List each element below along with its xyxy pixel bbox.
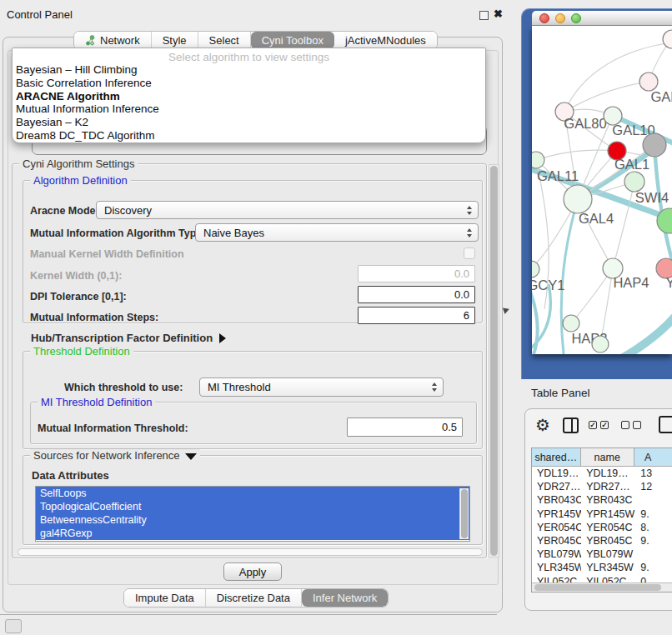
table-row[interactable]: YDL19…YDL19…13 xyxy=(532,467,672,480)
algorithm-definition-title: Algorithm Definition xyxy=(30,174,131,187)
table-row[interactable]: YPR145WYPR145W9. xyxy=(532,508,672,521)
table-header-row: shared… name A xyxy=(532,448,672,467)
algorithm-option[interactable]: Dream8 DC_TDC Algorithm xyxy=(13,129,485,142)
algorithm-dropdown-list: Select algorithm to view settings Bayesi… xyxy=(12,48,486,143)
network-node-gal[interactable] xyxy=(639,72,658,91)
tab-discretize-data[interactable]: Discretize Data xyxy=(206,589,302,607)
zoom-traffic-light-icon[interactable] xyxy=(571,13,581,23)
table-row[interactable]: YBR043CYBR043C xyxy=(532,493,672,507)
table-row[interactable]: YLR345WYLR345W9. xyxy=(532,561,672,574)
aracne-mode-combobox[interactable]: Discovery xyxy=(96,201,479,219)
unchecked-checkbox-icon[interactable] xyxy=(621,421,629,429)
network-view-window[interactable]: GALGAL80GAL10GAL1GAL11SWI4GAL4GCY1HAP4YH… xyxy=(521,8,672,379)
algorithm-option[interactable]: Mutual Information Inference xyxy=(13,102,485,116)
attribute-item[interactable]: BetweennessCentrality xyxy=(36,513,469,527)
close-traffic-light-icon[interactable] xyxy=(539,13,549,23)
aracne-mode-value: Discovery xyxy=(97,204,467,217)
checked-checkbox-icon[interactable]: ✓ xyxy=(600,421,609,429)
table-row[interactable]: YER054CYER054C8. xyxy=(532,521,672,534)
network-node-label: GAL xyxy=(650,89,672,104)
network-window-titlebar[interactable] xyxy=(532,11,672,26)
algorithm-dropdown-placeholder: Select algorithm to view settings xyxy=(13,48,485,63)
minimize-traffic-light-icon[interactable] xyxy=(555,13,565,23)
attribute-item[interactable]: SelfLoops xyxy=(36,487,469,500)
gear-icon[interactable]: ⚙ xyxy=(535,417,550,433)
data-attributes-list[interactable]: SelfLoops TopologicalCoefficient Between… xyxy=(35,486,470,542)
tab-impute-data-label: Impute Data xyxy=(135,592,194,604)
apply-button[interactable]: Apply xyxy=(223,562,282,581)
attribute-item[interactable]: TopologicalCoefficient xyxy=(36,500,469,513)
which-threshold-label: Which threshold to use: xyxy=(64,382,183,393)
table-tool-icon[interactable] xyxy=(659,416,672,433)
network-node-label: SWI4 xyxy=(635,190,669,205)
mi-steps-label: Mutual Information Steps: xyxy=(30,312,158,323)
network-graph: GALGAL80GAL10GAL1GAL11SWI4GAL4GCY1HAP4YH… xyxy=(532,26,672,354)
attribute-item[interactable]: gal4RGexp xyxy=(36,527,469,540)
table-horizontal-scrollbar[interactable] xyxy=(532,582,672,592)
unchecked-checkbox-icon[interactable] xyxy=(633,421,641,429)
combo-stepper-icon xyxy=(467,228,472,238)
column-header-shared-name[interactable]: shared… xyxy=(532,448,581,466)
network-canvas[interactable]: GALGAL80GAL10GAL1GAL11SWI4GAL4GCY1HAP4YH… xyxy=(532,26,672,354)
tab-jactivemnodules-label: jActiveMNodules xyxy=(345,34,426,47)
kernel-width-input[interactable]: 0.0 xyxy=(358,265,475,282)
network-node-label: Y xyxy=(665,275,672,290)
algorithm-option-selected[interactable]: ARACNE Algorithm xyxy=(13,90,485,103)
tab-cyni-toolbox[interactable]: Cyni Toolbox xyxy=(251,32,334,49)
network-node[interactable] xyxy=(643,133,666,157)
table-row[interactable]: YDR27…YDR27…12 xyxy=(532,480,672,493)
settings-vertical-scrollbar[interactable] xyxy=(489,164,499,558)
checked-checkbox-icon[interactable]: ✓ xyxy=(589,421,597,429)
tab-select[interactable]: Select xyxy=(198,32,251,49)
mi-steps-input[interactable]: 6 xyxy=(358,307,475,324)
sources-title[interactable]: Sources for Network Inference xyxy=(30,449,200,462)
tab-jactivemnodules[interactable]: jActiveMNodules xyxy=(334,32,437,49)
cyni-algorithm-settings-title: Cyni Algorithm Settings xyxy=(19,158,138,170)
manual-kernel-checkbox[interactable] xyxy=(464,248,475,259)
dpi-tolerance-input[interactable]: 0.0 xyxy=(358,286,475,303)
aracne-mode-label: Aracne Mode: xyxy=(30,205,99,217)
which-threshold-combobox[interactable]: MI Threshold xyxy=(199,378,444,397)
network-node-label: GAL4 xyxy=(579,211,614,226)
hub-definition-label: Hub/Transcription Factor Definition xyxy=(31,332,213,344)
tab-infer-network[interactable]: Infer Network xyxy=(302,589,388,607)
collapse-arrow-icon[interactable] xyxy=(185,453,197,460)
network-node-gal4[interactable] xyxy=(564,185,592,213)
table-row[interactable]: YBR045CYBR045C9. xyxy=(532,534,672,548)
algorithm-option[interactable]: Basic Correlation Inference xyxy=(13,77,485,90)
mi-type-combobox[interactable]: Naive Bayes xyxy=(195,223,479,242)
table-row[interactable]: YBL079WYBL079W xyxy=(532,548,672,561)
manual-kernel-label: Manual Kernel Width Definition xyxy=(30,248,184,260)
algorithm-option[interactable]: Bayesian – K2 xyxy=(13,116,485,129)
float-window-icon[interactable] xyxy=(479,11,489,20)
hub-definition-section[interactable]: Hub/Transcription Factor Definition xyxy=(31,330,226,345)
table-panel-window: ⚙ ✓ ✓ shared… name A YDL19…YDL19…13 YDR2… xyxy=(524,408,672,611)
corner-mini-button[interactable] xyxy=(5,619,22,633)
column-header-partial[interactable]: A xyxy=(634,448,672,466)
attributes-scrollbar[interactable] xyxy=(459,488,469,539)
tab-impute-data[interactable]: Impute Data xyxy=(124,589,206,607)
mi-type-value: Naive Bayes xyxy=(196,227,467,239)
expand-arrow-icon[interactable] xyxy=(219,333,226,343)
mi-type-label: Mutual Information Algorithm Type: xyxy=(30,228,205,239)
column-header-name[interactable]: name xyxy=(581,448,634,466)
combo-stepper-icon xyxy=(467,206,472,215)
network-node-label: HAP4 xyxy=(613,275,649,290)
tab-network[interactable]: Network xyxy=(74,32,152,49)
cyni-bottom-tabs: Impute Data Discretize Data Infer Networ… xyxy=(123,588,389,608)
network-node-hap2[interactable] xyxy=(563,315,579,332)
mi-threshold-definition-title: MI Threshold Definition xyxy=(38,396,155,408)
settings-horizontal-scrollbar[interactable] xyxy=(18,548,483,556)
network-node-swi4[interactable] xyxy=(624,172,644,192)
split-columns-icon[interactable] xyxy=(563,418,579,433)
network-node[interactable] xyxy=(663,30,672,48)
mi-threshold-input[interactable]: 0.5 xyxy=(347,418,463,437)
node-table[interactable]: shared… name A YDL19…YDL19…13 YDR27…YDR2… xyxy=(531,448,672,592)
mi-threshold-label: Mutual Information Threshold: xyxy=(38,422,188,434)
network-node-gcy1[interactable] xyxy=(532,261,539,278)
tab-style[interactable]: Style xyxy=(152,32,198,49)
algorithm-option[interactable]: Bayesian – Hill Climbing xyxy=(13,63,485,77)
network-node-gal11[interactable] xyxy=(532,152,544,168)
close-icon[interactable]: ✖ xyxy=(494,8,503,20)
network-node[interactable] xyxy=(592,336,609,352)
